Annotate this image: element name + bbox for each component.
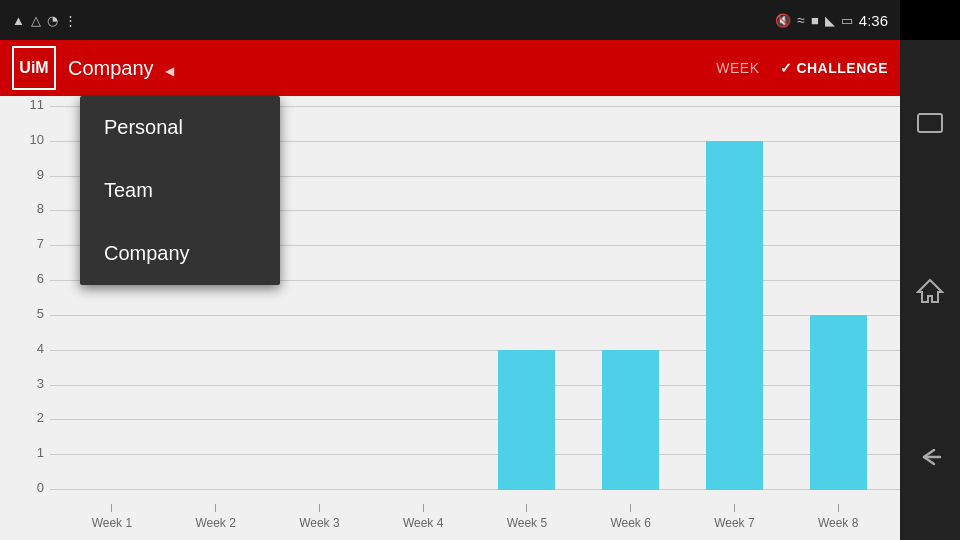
y-label-4: 4 <box>14 341 44 356</box>
y-label-6: 6 <box>14 271 44 286</box>
x-label-8: Week 8 <box>818 516 858 530</box>
bar-group-4 <box>371 106 475 490</box>
app-bar: UiM Company ◀ WEEK ✓ CHALLENGE <box>0 40 900 96</box>
status-time: 4:36 <box>859 12 888 29</box>
y-label-0: 0 <box>14 480 44 495</box>
dropdown-menu[interactable]: Personal Team Company <box>80 96 280 285</box>
dropdown-item-personal[interactable]: Personal <box>80 96 280 159</box>
x-label-group-8: Week 8 <box>786 504 890 530</box>
icon-a1: ▲ <box>12 13 25 28</box>
home-button[interactable] <box>910 270 950 310</box>
y-label-8: 8 <box>14 201 44 216</box>
x-label-group-4: Week 4 <box>371 504 475 530</box>
x-tick-8 <box>838 504 839 512</box>
x-label-group-7: Week 7 <box>683 504 787 530</box>
x-tick-4 <box>423 504 424 512</box>
bar-group-8 <box>786 106 890 490</box>
week-tab[interactable]: WEEK <box>716 60 759 76</box>
x-tick-5 <box>526 504 527 512</box>
battery-warning-icon: ■ <box>811 13 819 28</box>
x-label-group-2: Week 2 <box>164 504 268 530</box>
recent-apps-button[interactable] <box>910 103 950 143</box>
status-icons-left: ▲ △ ◔ ⋮ <box>12 13 77 28</box>
logo: UiM <box>12 46 56 90</box>
y-label-10: 10 <box>14 132 44 147</box>
x-label-2: Week 2 <box>195 516 235 530</box>
bar-week-7 <box>706 141 763 490</box>
wifi-icon: ≈ <box>797 12 805 28</box>
app-title-text: Company <box>68 57 154 79</box>
app-bar-actions: WEEK ✓ CHALLENGE <box>716 60 888 76</box>
bar-week-5 <box>498 350 555 490</box>
y-label-3: 3 <box>14 376 44 391</box>
app-title[interactable]: Company ◀ <box>68 57 716 80</box>
x-label-group-3: Week 3 <box>268 504 372 530</box>
y-label-7: 7 <box>14 236 44 251</box>
x-tick-6 <box>630 504 631 512</box>
svg-marker-1 <box>918 280 942 302</box>
icon-a2: △ <box>31 13 41 28</box>
dropdown-item-company[interactable]: Company <box>80 222 280 285</box>
bar-group-5 <box>475 106 579 490</box>
x-tick-7 <box>734 504 735 512</box>
icon-motorola: ◔ <box>47 13 58 28</box>
bar-week-8 <box>810 315 867 490</box>
bar-week-6 <box>602 350 659 490</box>
x-label-6: Week 6 <box>610 516 650 530</box>
x-labels: Week 1Week 2Week 3Week 4Week 5Week 6Week… <box>50 504 900 530</box>
x-tick-3 <box>319 504 320 512</box>
y-label-11: 11 <box>14 97 44 112</box>
challenge-tab[interactable]: ✓ CHALLENGE <box>780 60 889 76</box>
x-label-5: Week 5 <box>507 516 547 530</box>
y-label-1: 1 <box>14 445 44 460</box>
x-label-3: Week 3 <box>299 516 339 530</box>
x-label-group-1: Week 1 <box>60 504 164 530</box>
y-label-2: 2 <box>14 410 44 425</box>
svg-rect-0 <box>918 114 942 132</box>
back-button[interactable] <box>910 437 950 477</box>
status-bar: ▲ △ ◔ ⋮ 🔇 ≈ ■ ◣ ▭ 4:36 <box>0 0 900 40</box>
mute-icon: 🔇 <box>775 13 791 28</box>
x-label-1: Week 1 <box>92 516 132 530</box>
logo-text: UiM <box>19 59 48 77</box>
x-tick-1 <box>111 504 112 512</box>
x-label-4: Week 4 <box>403 516 443 530</box>
bar-group-7 <box>683 106 787 490</box>
x-tick-2 <box>215 504 216 512</box>
dropdown-item-team[interactable]: Team <box>80 159 280 222</box>
bar-group-6 <box>579 106 683 490</box>
x-label-group-6: Week 6 <box>579 504 683 530</box>
x-label-7: Week 7 <box>714 516 754 530</box>
icon-grid: ⋮ <box>64 13 77 28</box>
battery-icon: ▭ <box>841 13 853 28</box>
dropdown-arrow-icon: ◀ <box>165 64 174 78</box>
y-label-5: 5 <box>14 306 44 321</box>
signal-icon: ◣ <box>825 13 835 28</box>
right-controls <box>900 40 960 540</box>
x-label-group-5: Week 5 <box>475 504 579 530</box>
status-icons-right: 🔇 ≈ ■ ◣ ▭ 4:36 <box>775 12 888 29</box>
bar-group-3 <box>268 106 372 490</box>
y-label-9: 9 <box>14 167 44 182</box>
